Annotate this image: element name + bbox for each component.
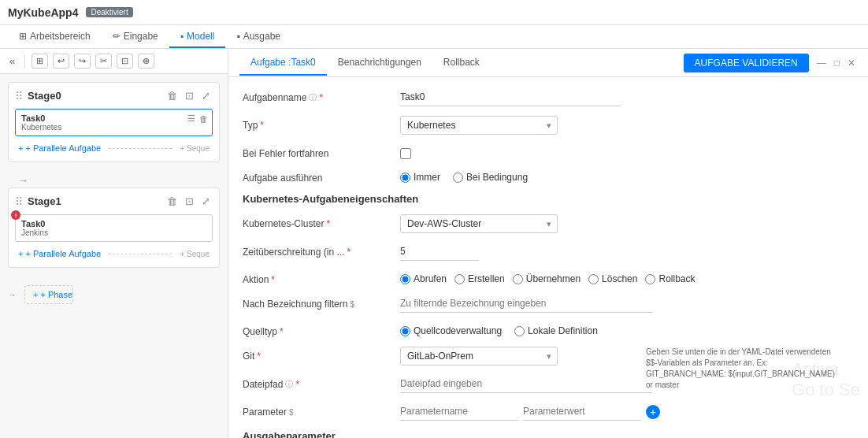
stage1-delete-btn[interactable]: 🗑 bbox=[165, 195, 180, 208]
tab-ausgabe[interactable]: ▪ Ausgabe bbox=[225, 25, 291, 48]
close-icon[interactable]: ✕ bbox=[846, 56, 857, 70]
undo-btn[interactable]: ↩ bbox=[53, 54, 69, 69]
form-row-aufgabenname: Aufgabenname ⓘ * bbox=[243, 88, 854, 106]
left-panel: « ⊞ ↩ ↪ ✂ ⊡ ⊕ ⠿ Stage0 🗑 ⊡ ⤢ bbox=[0, 49, 228, 438]
arrow-left-icon: → bbox=[8, 290, 17, 299]
task0-menu-btn[interactable]: ☰ bbox=[187, 113, 196, 124]
timeout-label: Zeitüberschreitung (in ... * bbox=[243, 243, 392, 258]
stage0-delete-btn[interactable]: 🗑 bbox=[165, 89, 180, 102]
top-bar: MyKubeApp4 Deaktiviert bbox=[0, 0, 868, 25]
stage0-actions: 🗑 ⊡ ⤢ bbox=[165, 89, 213, 102]
radio-loeschen[interactable]: Löschen bbox=[588, 273, 637, 284]
aufgabenname-input[interactable] bbox=[400, 88, 621, 106]
task-card-stage1-task0[interactable]: ! Task0 Jenkins bbox=[15, 214, 213, 242]
parameter-name-input[interactable] bbox=[400, 403, 518, 421]
add-phase-icon: + bbox=[33, 290, 38, 299]
stage0-copy-btn[interactable]: ⊡ bbox=[183, 89, 196, 102]
task1-type: Jenkins bbox=[21, 228, 206, 237]
stage1-copy-btn[interactable]: ⊡ bbox=[183, 195, 196, 208]
tab-modell[interactable]: ▪ Modell bbox=[169, 25, 226, 48]
collapse-btn[interactable]: « bbox=[6, 54, 18, 69]
form-row-bei-fehler: Bei Fehler fortfahren bbox=[243, 144, 854, 159]
right-header: Aufgabe :Task0 Benachrichtigungen Rollba… bbox=[228, 49, 868, 77]
bei-fehler-checkbox[interactable] bbox=[400, 148, 411, 159]
section-title-kubernetes: Kubernetes-Aufgabeneigenschaften bbox=[243, 193, 854, 205]
aufgabe-ausfuehren-radio-group: Immer Bei Bedingung bbox=[400, 169, 528, 183]
app-status-badge: Deaktiviert bbox=[86, 7, 132, 17]
radio-erstellen[interactable]: Erstellen bbox=[454, 273, 505, 284]
form-row-typ: Typ * Kubernetes Jenkins Shell Maven bbox=[243, 116, 854, 135]
task0-icons: ☰ 🗑 bbox=[187, 113, 209, 124]
right-tab-rollback[interactable]: Rollback bbox=[432, 50, 491, 76]
radio-immer[interactable]: Immer bbox=[400, 172, 440, 183]
add-phase-btn[interactable]: + + Phase bbox=[24, 285, 73, 304]
right-panel: Aufgabe :Task0 Benachrichtigungen Rollba… bbox=[228, 49, 868, 438]
git-select-wrapper: GitLab-OnPrem GitHub Bitbucket bbox=[400, 347, 558, 366]
form-area: Aufgabenname ⓘ * Typ * Kubernetes Jenkin… bbox=[228, 77, 868, 438]
tab-arbeitsbereich[interactable]: ⊞ Arbeitsbereich bbox=[8, 25, 102, 48]
cluster-select[interactable]: Dev-AWS-Cluster Prod-Cluster Test-Cluste… bbox=[400, 214, 558, 233]
typ-label: Typ * bbox=[243, 116, 392, 131]
stage0-title: Stage0 bbox=[28, 90, 160, 102]
task-card-stage0-task0[interactable]: Task0 Kubernetes ☰ 🗑 bbox=[15, 109, 213, 136]
add-parameter-btn[interactable]: + bbox=[646, 405, 660, 419]
parameter-value-input[interactable] bbox=[523, 403, 641, 421]
bezeichnung-input[interactable] bbox=[400, 295, 652, 313]
nav-tabs: ⊞ Arbeitsbereich ✏ Eingabe ▪ Modell ▪ Au… bbox=[0, 25, 868, 49]
aufgabe-ausfuehren-label: Aufgabe ausführen bbox=[243, 169, 392, 184]
redo-btn[interactable]: ↪ bbox=[74, 54, 91, 69]
form-row-aktion: Aktion * Abrufen Erstellen Übernehmen Lö… bbox=[243, 270, 854, 285]
radio-abrufen[interactable]: Abrufen bbox=[400, 273, 447, 284]
stage0-drag-handle[interactable]: ⠿ bbox=[15, 90, 23, 102]
aktion-label: Aktion * bbox=[243, 270, 392, 285]
radio-uebernehmen[interactable]: Übernehmen bbox=[513, 273, 581, 284]
stage1-drag-handle[interactable]: ⠿ bbox=[15, 195, 23, 208]
validate-button[interactable]: AUFGABE VALIDIEREN bbox=[684, 54, 809, 72]
radio-rollback[interactable]: Rollback bbox=[645, 273, 695, 284]
aktion-required: * bbox=[271, 274, 275, 285]
maximize-icon[interactable]: □ bbox=[833, 56, 841, 70]
typ-select-wrapper: Kubernetes Jenkins Shell Maven bbox=[400, 116, 558, 135]
task0-delete-btn[interactable]: 🗑 bbox=[198, 113, 209, 124]
parameter-label: Parameter $ bbox=[243, 403, 392, 418]
stage1-expand-btn[interactable]: ⤢ bbox=[199, 195, 213, 208]
quelltyp-required: * bbox=[280, 326, 284, 337]
parameter-optional: $ bbox=[289, 408, 294, 417]
form-row-quelltyp: Quelltyp * Quellcodeverwaltung Lokale De… bbox=[243, 322, 854, 337]
stage1-actions: 🗑 ⊡ ⤢ bbox=[165, 195, 213, 208]
task-error-badge: ! bbox=[11, 210, 20, 220]
git-label: Git * bbox=[243, 347, 392, 362]
typ-select[interactable]: Kubernetes Jenkins Shell Maven bbox=[400, 116, 558, 135]
timeout-input[interactable] bbox=[400, 243, 479, 261]
right-tab-aufgabe[interactable]: Aufgabe :Task0 bbox=[239, 50, 327, 76]
git-select[interactable]: GitLab-OnPrem GitHub Bitbucket bbox=[400, 347, 558, 366]
cut-btn[interactable]: ✂ bbox=[95, 54, 112, 69]
quelltyp-radio-group: Quellcodeverwaltung Lokale Definition bbox=[400, 322, 598, 336]
arbeitsbereich-icon: ⊞ bbox=[19, 31, 27, 42]
parameter-inputs: + bbox=[400, 403, 854, 421]
tab-eingabe[interactable]: ✏ Eingabe bbox=[102, 25, 169, 48]
aufgabenname-required: * bbox=[319, 92, 323, 103]
stage1-title: Stage1 bbox=[28, 195, 160, 207]
form-row-aufgabe-ausfuehren: Aufgabe ausführen Immer Bei Bedingung bbox=[243, 169, 854, 184]
dateipfad-input[interactable] bbox=[400, 375, 652, 393]
dateipfad-label: Dateipfad ⓘ * bbox=[243, 375, 392, 390]
right-tab-benachrichtigungen[interactable]: Benachrichtigungen bbox=[327, 50, 432, 76]
add-parallel-stage0[interactable]: + + Parallele Aufgabe bbox=[18, 141, 101, 155]
output-section: Ausgabeparameter status k8SRollbackTaskF… bbox=[243, 430, 854, 438]
radio-quellcodeverwaltung[interactable]: Quellcodeverwaltung bbox=[400, 325, 502, 336]
pipeline-canvas: ⠿ Stage0 🗑 ⊡ ⤢ Task0 Kubernetes ☰ 🗑 bbox=[0, 74, 228, 438]
grid-btn[interactable]: ⊞ bbox=[32, 54, 48, 69]
minimize-icon[interactable]: — bbox=[815, 56, 828, 70]
stage0-expand-btn[interactable]: ⤢ bbox=[199, 89, 213, 102]
bezeichnung-label: Nach Bezeichnung filtern $ bbox=[243, 295, 392, 310]
add-parallel-stage1[interactable]: + + Parallele Aufgabe bbox=[18, 247, 101, 261]
radio-bei-bedingung[interactable]: Bei Bedingung bbox=[453, 172, 528, 183]
toolbar: « ⊞ ↩ ↪ ✂ ⊡ ⊕ bbox=[0, 49, 228, 74]
zoom-btn[interactable]: ⊕ bbox=[138, 54, 154, 69]
add-parallel-stage1-icon: + bbox=[18, 249, 23, 258]
radio-lokale-definition[interactable]: Lokale Definition bbox=[514, 325, 598, 336]
copy-btn[interactable]: ⊡ bbox=[117, 54, 133, 69]
dateipfad-required: * bbox=[295, 379, 299, 390]
modell-icon: ▪ bbox=[180, 31, 184, 42]
